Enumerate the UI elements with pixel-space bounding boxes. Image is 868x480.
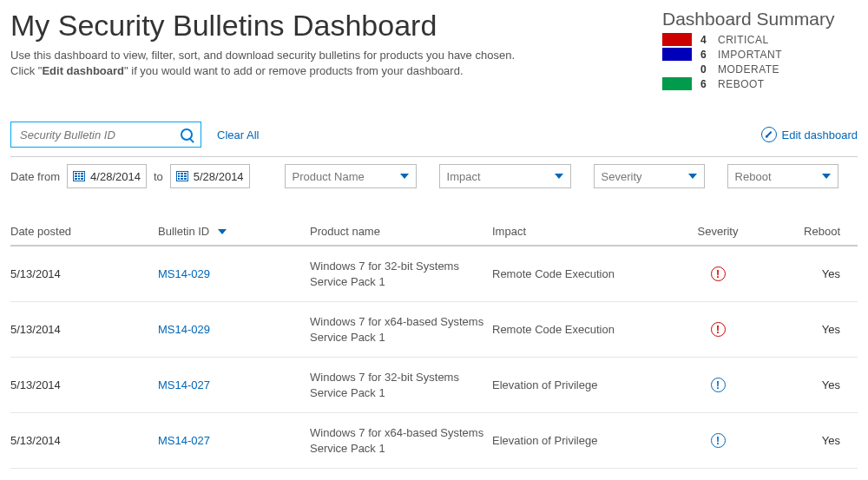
summary-row-important: 6 IMPORTANT [662, 48, 858, 61]
calendar-icon [73, 171, 85, 181]
summary-label: REBOOT [718, 78, 765, 90]
summary-label: CRITICAL [718, 34, 769, 46]
impact-dropdown[interactable]: Impact [439, 164, 571, 188]
subtitle-bold: Edit dashboard [42, 64, 124, 77]
cell-product: Windows 7 for 32-bit Systems Service Pac… [310, 259, 492, 289]
summary-label: IMPORTANT [718, 49, 782, 61]
edit-dashboard-link[interactable]: Edit dashboard [761, 127, 858, 142]
table-row: 5/13/2014MS14-027Windows 7 for 32-bit Sy… [10, 358, 858, 413]
divider [10, 156, 858, 157]
col-impact[interactable]: Impact [492, 225, 674, 238]
cell-reboot: Yes [761, 434, 858, 447]
date-to-value: 5/28/2014 [194, 170, 244, 183]
calendar-icon [176, 171, 188, 181]
sort-desc-icon [218, 229, 227, 234]
severity-critical-icon: ! [711, 266, 726, 281]
cell-impact: Elevation of Privilege [492, 378, 674, 391]
chevron-down-icon [822, 174, 831, 179]
severity-critical-icon: ! [711, 322, 726, 337]
col-reboot[interactable]: Reboot [761, 225, 858, 238]
dropdown-label: Reboot [735, 170, 772, 183]
cell-reboot: Yes [761, 323, 858, 336]
cell-severity: ! [674, 266, 761, 281]
summary-count: 4 [700, 34, 714, 46]
chevron-down-icon [400, 174, 409, 179]
date-from-label: Date from [10, 170, 60, 183]
swatch-reboot-icon [662, 77, 692, 90]
cell-impact: Elevation of Privilege [492, 434, 674, 447]
cell-impact: Remote Code Execution [492, 267, 674, 280]
cell-reboot: Yes [761, 378, 858, 391]
swatch-important-icon [662, 48, 692, 61]
bulletin-link[interactable]: MS14-027 [158, 378, 310, 391]
reboot-dropdown[interactable]: Reboot [727, 164, 838, 188]
clear-all-link[interactable]: Clear All [217, 128, 259, 141]
severity-important-icon: ! [711, 378, 726, 392]
page-title: My Security Bulletins Dashboard [10, 9, 531, 43]
swatch-moderate-icon [662, 62, 692, 76]
col-bulletin-id[interactable]: Bulletin ID [158, 225, 310, 238]
search-box[interactable] [10, 122, 201, 148]
dropdown-label: Severity [602, 170, 642, 183]
dropdown-label: Impact [447, 170, 481, 183]
dropdown-label: Product Name [293, 170, 365, 183]
cell-reboot: Yes [761, 267, 858, 280]
cell-product: Windows 7 for x64-based Systems Service … [310, 425, 492, 456]
search-button[interactable] [178, 126, 195, 143]
bulletin-link[interactable]: MS14-029 [158, 267, 310, 280]
edit-dashboard-label: Edit dashboard [782, 128, 858, 141]
summary-count: 0 [700, 63, 714, 76]
table-row: 5/13/2014MS14-027Windows 7 for x64-based… [10, 413, 858, 469]
table-row: 5/13/2014MS14-029Windows 7 for x64-based… [10, 302, 858, 358]
product-name-dropdown[interactable]: Product Name [285, 164, 417, 188]
search-icon [181, 128, 193, 141]
page-subtitle: Use this dashboard to view, filter, sort… [10, 48, 531, 79]
search-input[interactable] [18, 128, 178, 142]
summary-row-reboot: 6 REBOOT [662, 77, 858, 90]
severity-dropdown[interactable]: Severity [594, 164, 705, 188]
table-row: 5/13/2014MS14-029Windows 7 for 32-bit Sy… [10, 247, 858, 302]
bulletin-link[interactable]: MS14-027 [158, 434, 310, 447]
dashboard-summary: Dashboard Summary 4 CRITICAL 6 IMPORTANT… [662, 9, 858, 92]
cell-date: 5/13/2014 [10, 267, 158, 280]
col-date-posted[interactable]: Date posted [10, 225, 158, 238]
cell-date: 5/13/2014 [10, 434, 158, 447]
col-product-name[interactable]: Product name [310, 225, 492, 238]
bulletin-link[interactable]: MS14-029 [158, 323, 310, 336]
summary-row-moderate: 0 MODERATE [662, 62, 858, 76]
chevron-down-icon [555, 174, 563, 179]
cell-product: Windows 7 for 32-bit Systems Service Pac… [310, 370, 492, 400]
cell-date: 5/13/2014 [10, 378, 158, 391]
summary-title: Dashboard Summary [662, 9, 858, 30]
cell-severity: ! [674, 322, 761, 337]
date-to-label: to [154, 170, 163, 183]
severity-important-icon: ! [711, 433, 726, 448]
summary-count: 6 [700, 49, 714, 61]
cell-product: Windows 7 for x64-based Systems Service … [310, 314, 492, 345]
date-to-input[interactable]: 5/28/2014 [170, 164, 250, 188]
cell-severity: ! [674, 433, 761, 448]
date-from-value: 4/28/2014 [90, 170, 141, 183]
date-from-input[interactable]: 4/28/2014 [67, 164, 147, 188]
subtitle-post: " if you would want to add or remove pro… [124, 64, 463, 77]
cell-severity: ! [674, 378, 761, 392]
col-bulletin-id-label: Bulletin ID [158, 225, 209, 238]
cell-date: 5/13/2014 [10, 323, 158, 336]
summary-row-critical: 4 CRITICAL [662, 33, 858, 46]
summary-count: 6 [700, 78, 714, 90]
summary-label: MODERATE [718, 63, 779, 76]
table-header: Date posted Bulletin ID Product name Imp… [10, 225, 858, 247]
chevron-down-icon [688, 174, 697, 179]
cell-impact: Remote Code Execution [492, 323, 674, 336]
pencil-icon [761, 127, 777, 142]
swatch-critical-icon [662, 33, 692, 46]
col-severity[interactable]: Severity [674, 225, 761, 238]
